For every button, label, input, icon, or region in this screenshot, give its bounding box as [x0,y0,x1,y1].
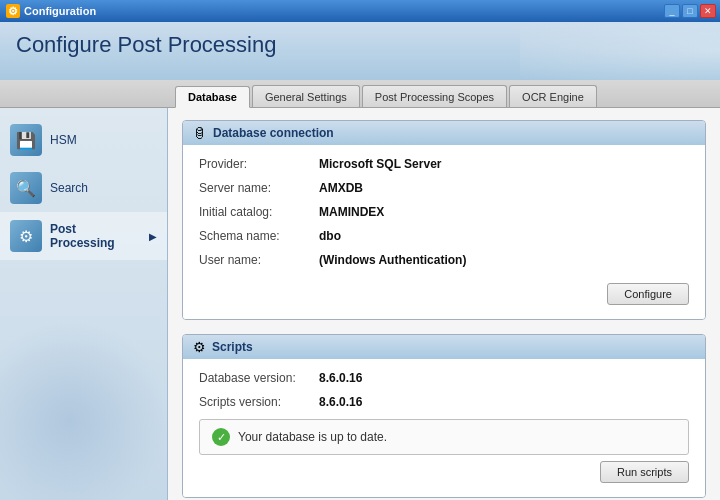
schema-name-row: Schema name: dbo [199,229,689,243]
server-name-label: Server name: [199,181,319,195]
sidebar-label-hsm: HSM [50,133,77,147]
scripts-version-row: Scripts version: 8.6.0.16 [199,395,689,409]
tab-bar: Database General Settings Post Processin… [0,80,720,108]
db-version-row: Database version: 8.6.0.16 [199,371,689,385]
user-name-row: User name: (Windows Authentication) [199,253,689,267]
title-bar-title: Configuration [24,5,96,17]
initial-catalog-label: Initial catalog: [199,205,319,219]
sidebar-arrow-icon: ▶ [149,231,157,242]
scripts-section: ⚙ Scripts Database version: 8.6.0.16 Scr… [182,334,706,498]
run-scripts-btn-row: Run scripts [199,455,689,485]
title-bar-left: ⚙ Configuration [6,4,96,18]
tab-database[interactable]: Database [175,86,250,108]
search-icon: 🔍 [10,172,42,204]
sidebar-label-search: Search [50,181,88,195]
scripts-section-icon: ⚙ [193,339,206,355]
post-processing-icon: ⚙ [10,220,42,252]
window: Configure Post Processing Database Gener… [0,22,720,500]
scripts-version-value: 8.6.0.16 [319,395,362,409]
schema-name-label: Schema name: [199,229,319,243]
sidebar-item-post-processing[interactable]: ⚙ Post Processing ▶ [0,212,167,260]
initial-catalog-row: Initial catalog: MAMINDEX [199,205,689,219]
db-section-icon: 🛢 [193,125,207,141]
database-connection-title: Database connection [213,126,334,140]
app-icon: ⚙ [6,4,20,18]
sidebar-label-post-processing: Post Processing [50,222,141,250]
title-bar: ⚙ Configuration _ □ ✕ [0,0,720,22]
sidebar-item-search[interactable]: 🔍 Search [0,164,167,212]
status-message: Your database is up to date. [238,430,387,444]
server-name-row: Server name: AMXDB [199,181,689,195]
main-area: 💾 HSM 🔍 Search ⚙ Post Processing ▶ 🛢 Dat… [0,108,720,500]
configure-btn-row: Configure [199,277,689,307]
scripts-body: Database version: 8.6.0.16 Scripts versi… [183,359,705,497]
database-connection-header: 🛢 Database connection [183,121,705,145]
scripts-version-label: Scripts version: [199,395,319,409]
server-name-value: AMXDB [319,181,363,195]
maximize-button[interactable]: □ [682,4,698,18]
window-header: Configure Post Processing [0,22,720,80]
db-version-value: 8.6.0.16 [319,371,362,385]
database-connection-section: 🛢 Database connection Provider: Microsof… [182,120,706,320]
content-panel: 🛢 Database connection Provider: Microsof… [168,108,720,500]
sidebar-bg-decoration [0,320,168,500]
minimize-button[interactable]: _ [664,4,680,18]
run-scripts-button[interactable]: Run scripts [600,461,689,483]
user-name-label: User name: [199,253,319,267]
tab-post-processing-scopes[interactable]: Post Processing Scopes [362,85,507,107]
configure-button[interactable]: Configure [607,283,689,305]
scripts-title: Scripts [212,340,253,354]
scripts-header: ⚙ Scripts [183,335,705,359]
provider-row: Provider: Microsoft SQL Server [199,157,689,171]
user-name-value: (Windows Authentication) [319,253,466,267]
tab-general-settings[interactable]: General Settings [252,85,360,107]
sidebar-item-hsm[interactable]: 💾 HSM [0,116,167,164]
page-title: Configure Post Processing [16,32,704,58]
database-connection-body: Provider: Microsoft SQL Server Server na… [183,145,705,319]
status-box: ✓ Your database is up to date. [199,419,689,455]
schema-name-value: dbo [319,229,341,243]
provider-label: Provider: [199,157,319,171]
title-bar-controls: _ □ ✕ [664,4,716,18]
hsm-icon: 💾 [10,124,42,156]
initial-catalog-value: MAMINDEX [319,205,384,219]
status-ok-icon: ✓ [212,428,230,446]
close-button[interactable]: ✕ [700,4,716,18]
sidebar: 💾 HSM 🔍 Search ⚙ Post Processing ▶ [0,108,168,500]
tab-ocr-engine[interactable]: OCR Engine [509,85,597,107]
provider-value: Microsoft SQL Server [319,157,441,171]
db-version-label: Database version: [199,371,319,385]
